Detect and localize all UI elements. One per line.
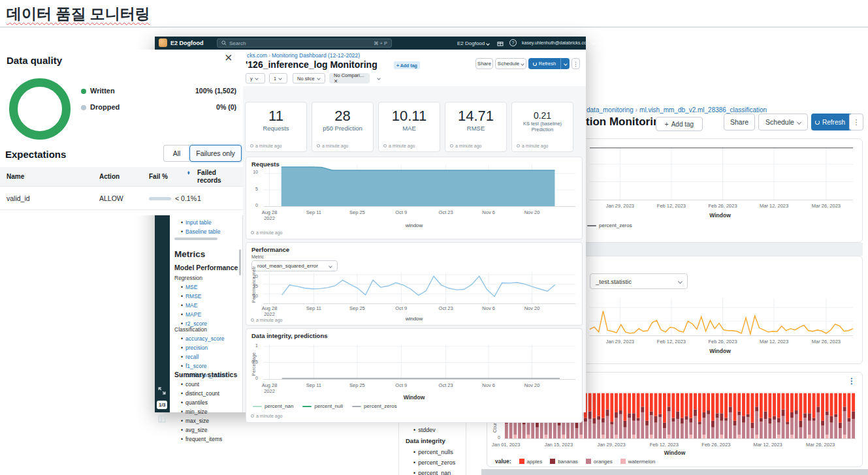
chevron-down-icon: [377, 76, 381, 80]
legend-swatch-watermelon: [620, 459, 626, 464]
doc-item[interactable]: frequent_items: [181, 436, 222, 442]
breadcrumb-link[interactable]: Monitoring Dashboard (12-12-2022): [272, 52, 360, 59]
breadcrumb: data_monitoring›ml.vish_mm_db_v2.ml_2838…: [587, 106, 767, 114]
modal-title: Data quality: [7, 55, 62, 66]
metric-card-ks-test: 0.21 KS test (baseline) Prediction a min…: [511, 102, 573, 152]
nav-item[interactable]: percent_nulls: [413, 449, 466, 455]
table-header: Name Action Fail % ▲▼ Failed records: [0, 167, 243, 187]
add-tag-badge[interactable]: + Add tag: [394, 61, 420, 69]
breadcrumb-link[interactable]: cks.com: [247, 52, 267, 59]
x-tick: Nov 20: [524, 305, 540, 311]
doc-link[interactable]: MAPE: [181, 311, 207, 318]
x-tick: Jan 29, 2023: [606, 203, 634, 209]
add-tag-button[interactable]: + Add tag: [656, 117, 703, 131]
x-tick: Sep 25: [349, 209, 365, 215]
share-button[interactable]: Share: [724, 114, 755, 130]
integrity-legend: percent_nan percent_null percent_zeros: [253, 403, 397, 409]
metric-card-requests: 11 Requests a minute ago: [245, 102, 307, 152]
cell-name: valid_id: [7, 194, 30, 202]
expand-icon[interactable]: [158, 387, 166, 395]
workspace-logo-icon[interactable]: [159, 38, 167, 47]
x-tick: Feb 12, 2023: [657, 203, 686, 209]
chip-dropdown[interactable]: [374, 73, 384, 84]
x-tick: Jan 29, 2023: [606, 339, 634, 345]
filter-chip[interactable]: y: [246, 73, 265, 84]
nav-item[interactable]: percent_zeros: [413, 459, 466, 466]
sidebar-toggle-icon[interactable]: [158, 415, 166, 423]
dashboard-main: cks.com›Monitoring Dashboard (12-12-2022…: [243, 50, 586, 412]
metric-select[interactable]: _test.statistic: [590, 273, 688, 289]
panel-divider[interactable]: [174, 238, 217, 240]
refresh-icon: [533, 62, 537, 66]
doc-item[interactable]: avg_size: [181, 427, 222, 433]
doc-link[interactable]: accuracy_score: [181, 335, 227, 342]
close-icon[interactable]: ×: [225, 51, 233, 64]
y-tick: 20: [249, 274, 258, 279]
breadcrumb-link[interactable]: data_monitoring: [587, 106, 634, 114]
column-header[interactable]: Action: [99, 173, 120, 180]
chevron-down-icon: [329, 264, 332, 268]
refresh-dropdown[interactable]: [560, 58, 570, 69]
filter-failures-button[interactable]: Failures only: [189, 145, 242, 162]
help-icon[interactable]: ?: [509, 39, 517, 46]
dashboard-title: '126_inference_log Monitoring: [246, 59, 378, 70]
refresh-button[interactable]: Refresh: [528, 58, 570, 69]
filter-chip[interactable]: No slice: [293, 73, 325, 84]
clock-icon: [517, 144, 520, 147]
filter-all-button[interactable]: All: [163, 145, 189, 162]
x-tick: Nov 20: [524, 382, 540, 388]
doc-item[interactable]: count: [181, 381, 222, 388]
schedule-button[interactable]: Schedule: [495, 58, 526, 69]
chevron-down-icon: [255, 76, 259, 80]
scrollbar[interactable]: [239, 249, 241, 275]
doc-item[interactable]: quantiles: [181, 399, 222, 406]
shortcut-hint: ⌘ + P: [374, 40, 387, 46]
doc-link[interactable]: recall: [181, 354, 227, 360]
share-button[interactable]: Share: [475, 58, 493, 69]
page-heading: tion Monitoring: [586, 115, 667, 129]
gift-icon[interactable]: [497, 40, 504, 46]
workspace-name[interactable]: E2 Dogfood: [170, 40, 204, 46]
column-header[interactable]: Name: [7, 173, 24, 180]
breadcrumb-link[interactable]: ml.vish_mm_db_v2.ml_28386_classification: [639, 106, 767, 114]
doc-link[interactable]: Input table: [181, 219, 220, 226]
doc-link[interactable]: Baseline table: [181, 228, 220, 235]
doc-link[interactable]: MSE: [181, 284, 207, 290]
legend-swatch-apples: [519, 459, 524, 464]
cell-failed-records: 1: [197, 194, 201, 202]
doc-item[interactable]: min_size: [181, 408, 222, 415]
chevron-down-icon: [278, 76, 282, 80]
search-input[interactable]: Search ⌘ + P: [217, 38, 392, 48]
nav-item[interactable]: stddev: [413, 427, 466, 433]
column-header[interactable]: Fail %: [149, 173, 168, 180]
doc-item[interactable]: max_size: [181, 418, 222, 424]
test-statistic-plot: [590, 298, 853, 336]
doc-link[interactable]: MAE: [181, 302, 207, 309]
doc-link[interactable]: RMSE: [181, 293, 207, 299]
doc-link[interactable]: precision: [181, 345, 227, 351]
doc-item[interactable]: distinct_count: [181, 390, 222, 397]
cell-fail-percent: < 0.1%: [175, 194, 197, 202]
more-menu-button[interactable]: ⋮: [571, 58, 580, 69]
column-header[interactable]: Failed records: [197, 169, 231, 185]
doc-link[interactable]: f1_score: [181, 363, 227, 369]
chart-menu-button[interactable]: ⋮: [848, 376, 856, 386]
user-account-menu[interactable]: kasey.uhlenhuth@databricks.com: [522, 40, 595, 45]
nav-item[interactable]: percent_nan: [413, 470, 466, 475]
chart-title: Performance: [251, 246, 289, 253]
workspace-switcher[interactable]: E2 Dogfood: [457, 40, 489, 46]
schedule-button[interactable]: Schedule: [758, 114, 808, 130]
y-axis-label: Percentage: [251, 352, 256, 376]
table-row[interactable]: valid_id ALLOW < 0.1% 1: [0, 187, 243, 210]
bar-legend: value: apples bananas oranges watermelon: [495, 458, 655, 465]
expectations-title: Expectations: [5, 149, 66, 160]
legend-swatch-oranges: [586, 459, 591, 464]
scroll-strip[interactable]: [481, 469, 868, 475]
comparison-chip[interactable]: No Compari... ✕: [329, 73, 370, 84]
x-tick: Sep 25: [349, 305, 365, 311]
sort-icon[interactable]: ▲▼: [187, 171, 190, 175]
metric-select[interactable]: root_mean_squared_error: [251, 260, 338, 271]
more-menu-button[interactable]: ⋮: [849, 114, 863, 130]
filter-chip[interactable]: 1: [269, 73, 287, 84]
chevron-down-icon: [678, 279, 683, 283]
